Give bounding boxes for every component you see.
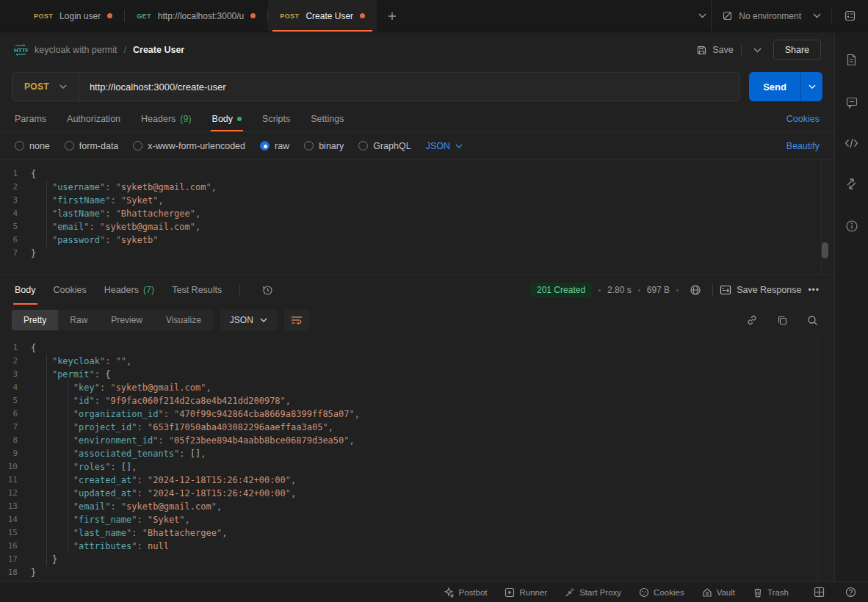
body-mode-label: none [29,141,50,151]
statusbar-postbot-button[interactable]: Postbot [444,587,487,598]
right-sidebar [834,32,868,581]
body-mode-graphql[interactable]: GraphQL [358,141,411,151]
line-number: 17 [0,553,31,566]
save-response-label: Save Response [737,285,801,295]
statusbar-start-proxy-button[interactable]: Start Proxy [565,587,621,598]
comments-button[interactable] [841,92,863,113]
tab-settings[interactable]: Settings [311,106,344,131]
quote: " [131,422,137,432]
status-badge: 201 Created [530,283,592,297]
tab-scripts[interactable]: Scripts [262,106,290,131]
request-tab-create-user[interactable]: POSTCreate User [268,0,377,32]
statusbar-runner-button[interactable]: Runner [504,587,547,598]
body-mode-binary[interactable]: binary [304,141,344,151]
share-button[interactable]: Share [773,40,821,60]
radio-icon [65,141,74,150]
statusbar-cookies-button[interactable]: Cookies [639,587,684,598]
save-response-button[interactable]: Save Response [720,285,801,295]
view-tab-pretty[interactable]: Pretty [12,310,58,330]
response-tab-body[interactable]: Body [15,275,36,305]
response-language-selector[interactable]: JSON [220,310,277,330]
line-number: 3 [0,194,31,207]
send-options-button[interactable] [800,72,822,101]
save-options-button[interactable] [749,43,766,57]
help-button[interactable] [841,582,861,602]
response-view-switcher: PrettyRawPreviewVisualize [12,310,213,330]
json-string: Syket [126,195,153,206]
body-mode-x-www-form-urlencoded[interactable]: x-www-form-urlencoded [133,141,245,151]
code-content: "email": "syketb@gmail.com", [31,220,200,233]
code-snippet-button[interactable] [840,134,863,153]
tab-headers[interactable]: Headers(9) [141,106,192,131]
wrap-lines-button[interactable] [284,310,309,331]
panel-layout-icon [814,587,825,598]
response-tab-test-results[interactable]: Test Results [172,275,222,305]
scrollbar-thumb[interactable] [822,242,828,258]
quote: " [286,488,291,498]
json-token: : [164,409,174,419]
response-size: 697 B [647,285,670,295]
request-tab-http-localhost-3000-u[interactable]: GEThttp://localhost:3000/u [125,0,267,32]
tab-authorization[interactable]: Authorization [67,106,120,131]
chevron-down-icon [260,318,267,322]
response-history-button[interactable] [258,280,278,300]
line-number: 6 [0,407,31,421]
json-token: : [95,396,105,406]
line-number: 7 [0,421,31,434]
line-number: 1 [0,167,31,181]
tab-body[interactable]: Body [212,106,242,131]
view-tab-raw[interactable]: Raw [58,310,99,330]
open-request-tabs: POSTLogin userGEThttp://localhost:3000/u… [0,0,377,32]
body-mode-label: x-www-form-urlencoded [148,141,245,151]
statusbar-vault-button[interactable]: Vault [702,587,735,598]
json-key: email [57,222,84,232]
view-tab-visualize[interactable]: Visualize [154,310,213,330]
json-string: 2024-12-18T15:26:42+00:00 [153,488,286,498]
code-content: } [31,566,36,579]
code-line: 12 "updated_at": "2024-12-18T15:26:42+00… [0,487,834,500]
statusbar-trash-button[interactable]: Trash [753,587,789,598]
link-response-button[interactable] [742,310,762,330]
tab-list-chevron-button[interactable] [694,9,711,23]
body-mode-raw[interactable]: raw [260,141,289,151]
body-language-selector[interactable]: JSON [426,141,463,151]
response-tab-cookies[interactable]: Cookies [54,275,87,305]
network-info-button[interactable] [685,280,706,300]
response-tab-headers[interactable]: Headers(7) [104,275,155,305]
more-options-button[interactable]: ••• [808,285,820,295]
new-tab-button[interactable] [377,0,408,32]
method-selector[interactable]: POST [12,81,79,92]
wrap-text-icon [291,316,303,324]
json-token: , [195,222,200,232]
response-body-editor[interactable]: 1{2 "keycloak": "",3 "permit": {4 "key":… [0,336,834,581]
save-button[interactable]: Save [696,45,734,56]
beautify-button[interactable]: Beautify [786,141,820,151]
environment-quick-look-button[interactable] [839,5,861,26]
url-input[interactable]: http://localhost:3000/create-user [79,81,226,93]
json-string: Bhattachergee [148,528,217,538]
breadcrumb-request-name[interactable]: Create User [133,45,184,55]
send-button[interactable]: Send [749,72,800,101]
copy-response-button[interactable] [773,311,792,330]
line-number: 3 [0,368,31,381]
quote: " [190,208,195,219]
request-info-button[interactable] [841,215,863,237]
request-body-editor[interactable]: 1{2 "username": "syketb@gmail.com",3 "fi… [0,160,834,275]
plus-icon [387,11,397,21]
view-tab-preview[interactable]: Preview [99,310,154,330]
json-token: , [206,382,211,393]
request-tab-login-user[interactable]: POSTLogin user [22,0,124,32]
search-response-button[interactable] [803,311,822,330]
body-mode-form-data[interactable]: form-data [65,141,119,151]
tab-params[interactable]: Params [15,106,46,131]
environment-selector[interactable]: No environment [711,0,831,32]
breadcrumb-collection[interactable]: keycloak with permit [35,45,117,55]
cookies-link[interactable]: Cookies [786,114,820,124]
related-requests-button[interactable] [841,173,862,195]
code-line: 6 "organization_id": "470f99c942864cba86… [0,407,834,421]
json-key: keycloak [57,356,100,366]
panel-layout-button[interactable] [809,582,829,602]
body-mode-none[interactable]: none [15,141,50,151]
documentation-button[interactable] [841,48,862,71]
code-line: 14 "first_name": "Syket", [0,513,834,526]
